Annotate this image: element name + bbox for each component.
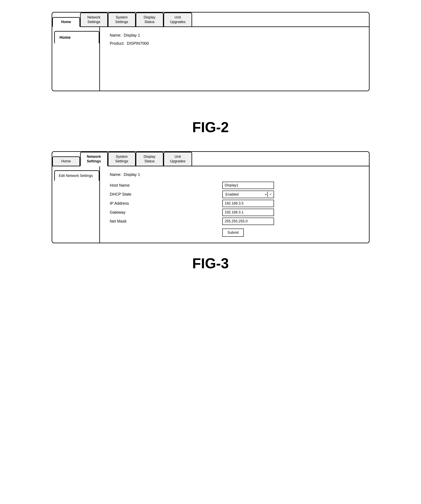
tab-unit-fig2[interactable]: Unit Upgrades: [164, 12, 192, 26]
tab-display-fig2[interactable]: Display Status: [136, 12, 164, 26]
fig3-name-row: Name: Display 1: [110, 172, 359, 177]
tab-system-fig3[interactable]: System Settings: [108, 152, 136, 166]
fig2-sidebar-home[interactable]: Home: [54, 31, 99, 43]
tab-display-fig3[interactable]: Display Status: [136, 152, 164, 166]
fig3-ui: Home Network Settings System Settings Di…: [52, 151, 369, 243]
chevron-down-icon: ✓: [267, 192, 273, 197]
fig3-tab-bar: Home Network Settings System Settings Di…: [52, 152, 369, 166]
input-hostname[interactable]: [222, 182, 274, 189]
label-netmask: Net Mask: [110, 218, 222, 225]
tab-network-fig3[interactable]: Network Settings: [80, 152, 108, 166]
input-gateway-wrapper: [222, 209, 359, 216]
fig2-sidebar: Home: [52, 27, 100, 91]
fig2-main-content: Name: Display 1 Product: DISPIN7000: [100, 27, 369, 91]
fig3-network-form: Host Name DHCP State Enabled Disa: [110, 182, 359, 237]
fig2-name-row: Name: Display 1: [110, 33, 359, 38]
input-ip-wrapper: [222, 200, 359, 207]
fig3-label: FIG-3: [52, 255, 369, 271]
input-gateway[interactable]: [222, 209, 274, 216]
fig3-content-area: Edit Network Settings Name: Display 1 Ho…: [52, 166, 369, 243]
label-ip: IP Address: [110, 200, 222, 207]
tab-home-fig3[interactable]: Home: [52, 156, 80, 166]
submit-wrapper: Submit: [222, 227, 359, 237]
fig2-product-row: Product: DISPIN7000: [110, 41, 359, 46]
submit-button[interactable]: Submit: [222, 228, 244, 237]
fig3-sidebar: Edit Network Settings: [52, 166, 100, 243]
label-hostname: Host Name: [110, 182, 222, 189]
label-gateway: Gateway: [110, 209, 222, 216]
select-dhcp[interactable]: Enabled Disabled: [223, 191, 267, 198]
page: Home Network Settings System Settings Di…: [0, 0, 421, 504]
label-dhcp: DHCP State: [110, 191, 222, 198]
fig2-tab-bar: Home Network Settings System Settings Di…: [52, 12, 369, 27]
fig2-ui: Home Network Settings System Settings Di…: [52, 12, 369, 91]
fig3-sidebar-edit[interactable]: Edit Network Settings: [54, 170, 99, 181]
tab-home-fig2[interactable]: Home: [52, 17, 80, 27]
input-netmask-wrapper: [222, 218, 359, 225]
fig3-main-content: Name: Display 1 Host Name DHCP State: [100, 166, 369, 243]
tab-network-fig2[interactable]: Network Settings: [80, 12, 108, 26]
input-netmask[interactable]: [222, 218, 274, 225]
fig2-content-area: Home Name: Display 1 Product: DISPIN7000: [52, 27, 369, 91]
tab-unit-fig3[interactable]: Unit Upgrades: [164, 152, 192, 166]
dhcp-select-wrapper: Enabled Disabled ✓: [222, 191, 274, 198]
input-ip[interactable]: [222, 200, 274, 207]
input-hostname-wrapper: [222, 182, 359, 189]
fig2-section: Home Network Settings System Settings Di…: [52, 12, 369, 91]
tab-system-fig2[interactable]: System Settings: [108, 12, 136, 26]
fig2-label: FIG-2: [52, 119, 369, 135]
fig3-section: Home Network Settings System Settings Di…: [52, 151, 369, 243]
